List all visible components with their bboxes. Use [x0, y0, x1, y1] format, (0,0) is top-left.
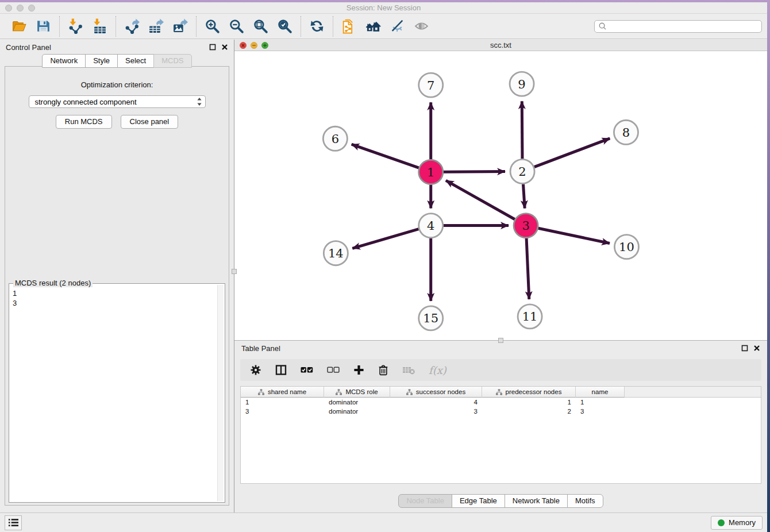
run-mcds-button[interactable]: Run MCDS [56, 115, 112, 129]
graph-node-11[interactable]: 11 [518, 304, 542, 329]
graph-node-14[interactable]: 14 [324, 241, 348, 265]
optimization-criterion-dropdown[interactable]: strongly connected component [29, 95, 206, 108]
node-label: 15 [423, 311, 438, 325]
export-network-button[interactable] [124, 18, 140, 34]
result-scrollbar[interactable] [217, 285, 224, 501]
cell-name[interactable]: 3 [576, 408, 625, 415]
cell-MCDS-role[interactable]: dominator [324, 399, 390, 406]
first-neighbors-button[interactable] [365, 18, 381, 34]
export-image-button[interactable] [172, 18, 188, 34]
import-network-button[interactable] [68, 18, 83, 34]
cell-shared-name[interactable]: 1 [241, 399, 324, 406]
graph-node-9[interactable]: 9 [510, 72, 534, 96]
mcds-result-list[interactable]: 13 [13, 288, 215, 500]
new-network-from-selection-button[interactable] [341, 18, 357, 34]
open-session-button[interactable] [11, 18, 27, 34]
table-tab-edge-table[interactable]: Edge Table [452, 494, 505, 508]
table-tab-node-table[interactable]: Node Table [398, 494, 452, 508]
edge-2-9[interactable] [522, 101, 522, 159]
edge-2-8[interactable] [534, 138, 610, 167]
table-tab-motifs[interactable]: Motifs [567, 494, 603, 508]
cell-successor-nodes[interactable]: 3 [390, 408, 482, 415]
edge-1-2[interactable] [444, 172, 505, 172]
mcds-result-box: MCDS result (2 nodes) 13 [9, 283, 225, 503]
column-type-icon [258, 389, 264, 395]
horizontal-splitter-grip[interactable] [498, 338, 503, 343]
column-header-name[interactable]: name [576, 387, 625, 398]
network-window-title: scc.txt [234, 41, 767, 49]
cell-name[interactable]: 1 [576, 399, 625, 406]
table-toolbar: f(x) [240, 359, 761, 381]
show-all-button[interactable] [414, 18, 429, 34]
node-label: 3 [522, 218, 529, 233]
network-window-titlebar: scc.txt [234, 40, 767, 51]
task-history-button[interactable] [5, 515, 22, 530]
graph-node-10[interactable]: 10 [614, 235, 638, 259]
memory-button[interactable]: Memory [711, 516, 763, 530]
refresh-button[interactable] [309, 18, 325, 34]
graph-node-2[interactable]: 2 [510, 159, 534, 183]
network-graph[interactable]: 7968124314101511 [234, 51, 767, 340]
cell-MCDS-role[interactable]: dominator [324, 408, 390, 415]
float-table-panel-icon[interactable] [741, 345, 748, 352]
import-table-button[interactable] [92, 18, 107, 34]
node-table: shared nameMCDS rolesuccessor nodesprede… [240, 386, 761, 484]
table-row-node-3[interactable]: 3dominator323 [241, 407, 761, 416]
memory-label: Memory [729, 518, 756, 527]
edge-3-1[interactable] [446, 180, 515, 219]
column-header-shared-name[interactable]: shared name [241, 387, 324, 398]
table-panel: Table Panel f(x) shared nameMCDS rolesuc… [234, 340, 767, 512]
cell-predecessor-nodes[interactable]: 2 [482, 408, 576, 415]
column-header-MCDS-role[interactable]: MCDS role [324, 387, 390, 398]
graph-node-15[interactable]: 15 [419, 306, 443, 330]
table-panel-tabs: Node TableEdge TableNetwork TableMotifs [234, 494, 767, 508]
search-input[interactable] [609, 22, 758, 31]
search-box[interactable] [594, 20, 762, 33]
graph-node-7[interactable]: 7 [419, 73, 443, 97]
graph-node-8[interactable]: 8 [614, 120, 638, 144]
optimization-criterion-label: Optimization criterion: [5, 80, 229, 89]
export-table-button[interactable] [148, 18, 164, 34]
column-header-predecessor-nodes[interactable]: predecessor nodes [482, 387, 576, 398]
control-tab-select[interactable]: Select [117, 54, 154, 68]
table-row-node-1[interactable]: 1dominator411 [241, 398, 761, 407]
save-session-button[interactable] [36, 18, 51, 34]
edge-2-3[interactable] [523, 184, 525, 208]
cell-shared-name[interactable]: 3 [241, 408, 324, 415]
control-tab-mcds[interactable]: MCDS [153, 54, 191, 68]
edge-3-10[interactable] [538, 228, 610, 243]
column-header-successor-nodes[interactable]: successor nodes [390, 387, 482, 398]
zoom-out-button[interactable] [229, 18, 244, 34]
control-tab-style[interactable]: Style [85, 54, 118, 68]
float-panel-icon[interactable] [209, 44, 216, 51]
zoom-fit-button[interactable] [253, 18, 268, 34]
toolbar-group [196, 16, 301, 37]
zoom-in-button[interactable] [205, 18, 220, 34]
edge-1-6[interactable] [352, 144, 419, 168]
edge-4-14[interactable] [352, 229, 418, 249]
cell-successor-nodes[interactable]: 4 [390, 399, 482, 406]
search-icon [598, 22, 607, 30]
add-column-icon[interactable] [353, 364, 364, 376]
table-settings-icon[interactable] [250, 364, 261, 376]
close-panel-button[interactable]: Close panel [121, 115, 179, 129]
control-tab-network[interactable]: Network [42, 54, 86, 68]
graph-node-1[interactable]: 1 [419, 160, 443, 184]
graph-node-6[interactable]: 6 [323, 126, 347, 151]
cell-predecessor-nodes[interactable]: 1 [482, 399, 576, 406]
zoom-selected-button[interactable] [277, 18, 292, 34]
select-all-columns-icon[interactable] [301, 364, 313, 376]
network-canvas[interactable]: 7968124314101511 [234, 51, 767, 340]
browse-columns-icon[interactable] [275, 364, 287, 376]
unselect-all-columns-icon[interactable] [327, 364, 340, 376]
edge-3-11[interactable] [526, 238, 529, 299]
graph-node-3[interactable]: 3 [514, 214, 538, 238]
close-table-panel-icon[interactable] [753, 345, 760, 352]
table-tab-network-table[interactable]: Network Table [505, 494, 568, 508]
panel-splitter-grip[interactable] [232, 269, 237, 274]
graph-node-4[interactable]: 4 [419, 214, 443, 238]
hide-selected-button[interactable] [390, 18, 405, 34]
delete-columns-icon[interactable] [378, 364, 388, 376]
close-panel-icon[interactable] [221, 44, 228, 51]
column-label: name [592, 388, 609, 395]
